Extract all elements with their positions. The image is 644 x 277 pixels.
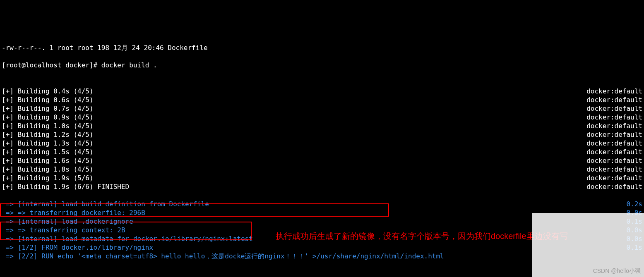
build-backend: docker:default <box>586 130 642 139</box>
build-backend: docker:default <box>586 165 642 174</box>
step-time: 0.2s <box>626 200 642 208</box>
build-step-line: => [1/2] FROM docker.io/library/nginx <box>2 243 153 252</box>
watermark-text: CSDN @hello小强 <box>593 267 641 275</box>
build-progress-line: [+] Building 1.9s (5/6) <box>2 174 94 182</box>
build-backend: docker:default <box>586 182 642 191</box>
build-progress-line: [+] Building 0.9s (4/5) <box>2 113 94 122</box>
build-step-line: => => transferring dockerfile: 296B <box>2 208 145 217</box>
build-step-line: => => transferring context: 2B <box>2 226 125 234</box>
build-progress-line: [+] Building 1.0s (4/5) <box>2 122 94 130</box>
ls-output: -rw-r--r--. 1 root root 198 12月 24 20:46… <box>2 43 208 52</box>
build-backend: docker:default <box>586 96 642 104</box>
build-backend: docker:default <box>586 113 642 122</box>
build-progress-line: [+] Building 1.9s (6/6) FINISHED <box>2 182 129 191</box>
build-progress-line: [+] Building 0.6s (4/5) <box>2 96 94 104</box>
build-backend: docker:default <box>586 104 642 113</box>
build-backend: docker:default <box>586 139 642 148</box>
build-backend: docker:default <box>586 87 642 96</box>
build-step-line: => [internal] load metadata for docker.i… <box>2 234 253 243</box>
build-step-line: => [2/2] RUN echo '<meta charset=utf8> h… <box>2 252 444 260</box>
build-progress-line: [+] Building 1.8s (4/5) <box>2 165 94 174</box>
build-backend: docker:default <box>586 122 642 130</box>
build-progress-line: [+] Building 1.6s (4/5) <box>2 156 94 165</box>
build-backend: docker:default <box>586 156 642 165</box>
build-progress-line: [+] Building 1.3s (4/5) <box>2 139 94 148</box>
build-progress-line: [+] Building 1.2s (4/5) <box>2 130 94 139</box>
build-progress-line: [+] Building 0.7s (4/5) <box>2 104 94 113</box>
build-step-line: => [internal] load build definition from… <box>2 200 209 208</box>
build-backend: docker:default <box>586 174 642 182</box>
build-backend: docker:default <box>586 148 642 156</box>
build-progress-line: [+] Building 0.4s (4/5) <box>2 87 94 96</box>
build-progress-line: [+] Building 1.5s (4/5) <box>2 148 94 156</box>
prompt-build: [root@localhost docker]# docker build . <box>2 61 157 69</box>
build-step-line: => [internal] load .dockerignore <box>2 217 133 226</box>
